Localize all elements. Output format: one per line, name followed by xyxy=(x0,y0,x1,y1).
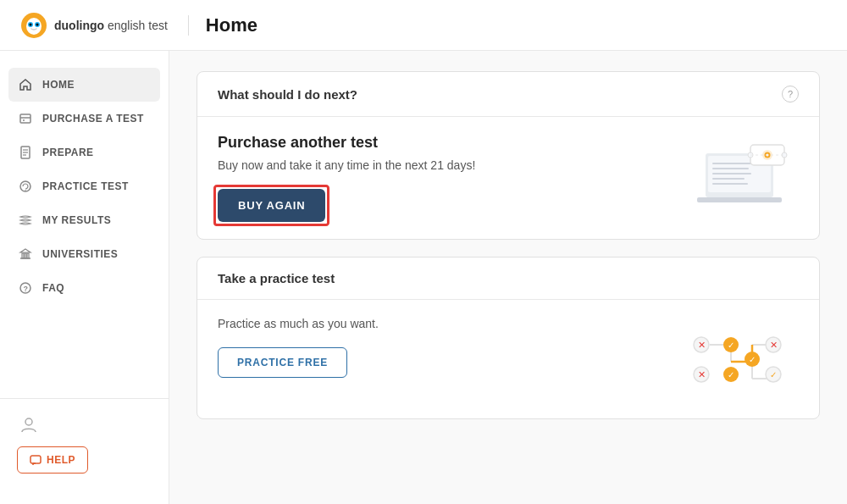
practice-icon xyxy=(17,178,34,195)
help-label: HELP xyxy=(47,454,75,466)
svg-text:✓: ✓ xyxy=(749,355,756,364)
help-chat-icon xyxy=(30,454,42,466)
duolingo-logo xyxy=(20,12,47,39)
svg-point-21 xyxy=(25,418,32,425)
svg-rect-6 xyxy=(20,114,30,123)
page-title: Home xyxy=(206,14,257,36)
buy-again-wrapper: BUY AGAIN xyxy=(218,189,325,222)
purchase-card: What should I do next? ? Purchase anothe… xyxy=(197,71,820,240)
purchase-card-content: Purchase another test Buy now and take i… xyxy=(218,134,680,222)
svg-rect-16 xyxy=(25,253,26,258)
svg-point-1 xyxy=(26,18,42,35)
svg-text:✓: ✓ xyxy=(770,370,777,379)
user-settings-icon[interactable] xyxy=(17,413,41,436)
svg-text:✕: ✕ xyxy=(698,340,706,350)
practice-card-header: Take a practice test xyxy=(197,258,819,300)
sidebar-item-purchase-label: PURCHASE A TEST xyxy=(42,113,144,125)
nav-items: HOME PURCHASE A TEST xyxy=(0,68,169,398)
svg-rect-22 xyxy=(30,456,41,463)
sidebar-item-results[interactable]: MY RESULTS xyxy=(0,203,169,237)
faq-icon: ? xyxy=(17,280,34,296)
universities-icon xyxy=(17,246,34,263)
main-layout: HOME PURCHASE A TEST xyxy=(0,51,847,504)
svg-point-14 xyxy=(25,190,26,191)
sidebar-item-faq[interactable]: ? FAQ xyxy=(0,271,169,305)
svg-text:✓: ✓ xyxy=(728,370,734,379)
practice-card-desc: Practice as much as you want. xyxy=(218,317,680,330)
home-icon xyxy=(17,76,34,93)
practice-free-button[interactable]: PRACTICE FREE xyxy=(218,347,347,378)
main-content: What should I do next? ? Purchase anothe… xyxy=(169,51,847,504)
purchase-illustration xyxy=(680,134,799,219)
help-button[interactable]: HELP xyxy=(17,446,88,474)
purchase-card-desc: Buy now and take it any time in the next… xyxy=(218,158,680,172)
sidebar-item-prepare-label: PREPARE xyxy=(42,147,94,158)
svg-rect-23 xyxy=(697,197,782,202)
svg-point-4 xyxy=(30,23,32,25)
sidebar-item-universities-label: UNIVERSITIES xyxy=(42,248,118,260)
sidebar-item-purchase[interactable]: PURCHASE A TEST xyxy=(0,102,169,136)
section1-help-circle[interactable]: ? xyxy=(782,86,799,102)
purchase-card-body: Purchase another test Buy now and take i… xyxy=(197,117,819,239)
prepare-icon xyxy=(17,144,34,161)
svg-text:✕: ✕ xyxy=(770,340,778,350)
header-divider xyxy=(188,15,189,36)
sidebar: HOME PURCHASE A TEST xyxy=(0,51,169,504)
practice-card: Take a practice test Practice as much as… xyxy=(197,257,820,419)
practice-card-body: Practice as much as you want. PRACTICE F… xyxy=(197,300,819,418)
buy-again-button[interactable]: BUY AGAIN xyxy=(218,189,325,222)
sidebar-item-faq-label: FAQ xyxy=(42,282,64,294)
svg-rect-15 xyxy=(22,253,24,258)
purchase-card-header: What should I do next? ? xyxy=(197,72,819,117)
practice-flowchart-svg: ✕ ✓ ✓ ✕ ✓ xyxy=(684,319,794,400)
header: duolingo english test Home xyxy=(0,0,847,51)
sidebar-item-practice-label: PRACTICE TEST xyxy=(42,180,129,192)
svg-text:✓: ✓ xyxy=(728,341,734,350)
svg-point-13 xyxy=(20,181,30,191)
sidebar-item-practice[interactable]: PRACTICE TEST xyxy=(0,169,169,203)
sidebar-item-prepare[interactable]: PREPARE xyxy=(0,136,169,169)
sidebar-bottom: HELP xyxy=(0,398,169,487)
svg-point-5 xyxy=(36,23,39,25)
purchase-card-header-title: What should I do next? xyxy=(218,87,357,102)
results-icon xyxy=(17,212,34,229)
sidebar-item-home-label: HOME xyxy=(42,79,75,91)
laptop-ticket-svg xyxy=(684,136,794,217)
sidebar-item-home[interactable]: HOME xyxy=(8,68,160,102)
purchase-icon xyxy=(17,110,34,127)
practice-card-header-title: Take a practice test xyxy=(218,271,335,285)
logo-area: duolingo english test xyxy=(20,12,168,39)
svg-rect-17 xyxy=(27,253,29,258)
logo-text: duolingo english test xyxy=(54,19,168,32)
sidebar-item-results-label: MY RESULTS xyxy=(42,214,111,226)
sidebar-item-universities[interactable]: UNIVERSITIES xyxy=(0,237,169,271)
practice-illustration: ✕ ✓ ✓ ✕ ✓ xyxy=(680,317,799,402)
practice-card-content: Practice as much as you want. PRACTICE F… xyxy=(218,317,680,378)
purchase-card-title: Purchase another test xyxy=(218,134,680,152)
svg-text:✕: ✕ xyxy=(698,369,706,379)
svg-text:?: ? xyxy=(24,285,29,293)
